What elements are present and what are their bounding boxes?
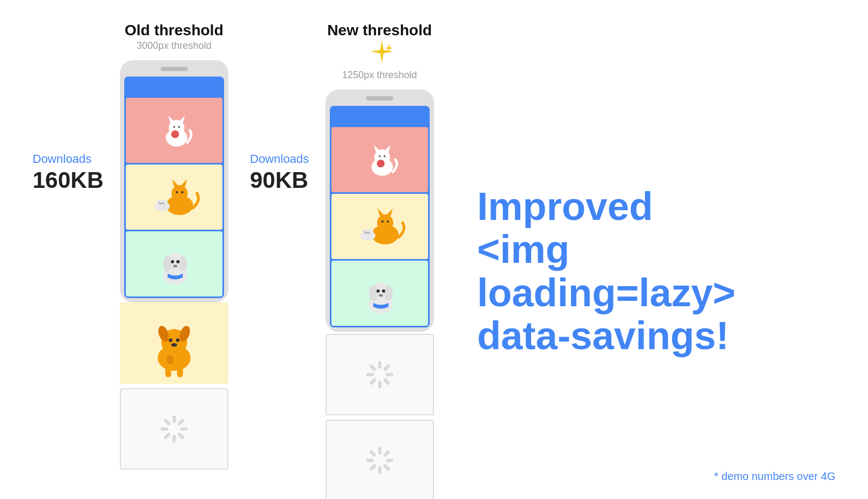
old-phone-outer: Old threshold 3000px threshold xyxy=(120,22,228,470)
svg-rect-38 xyxy=(161,427,168,431)
svg-point-18 xyxy=(178,256,187,271)
svg-marker-9 xyxy=(172,179,178,187)
main-container: Downloads 160KB Old threshold 3000px thr… xyxy=(0,0,868,499)
cat-icon xyxy=(150,106,199,155)
svg-rect-31 xyxy=(177,367,183,377)
old-threshold-label: Old threshold 3000px threshold xyxy=(125,22,224,52)
new-phone-header xyxy=(330,106,430,125)
new-spinner-icon-2 xyxy=(363,444,396,477)
old-threshold-section: Downloads 160KB Old threshold 3000px thr… xyxy=(33,22,228,477)
hero-line2: <img loading=lazy> xyxy=(477,228,736,314)
sparkle-container xyxy=(368,39,395,68)
new-threshold-title: New threshold xyxy=(327,22,432,39)
white-dog-icon xyxy=(147,237,201,291)
svg-point-58 xyxy=(384,286,393,301)
svg-rect-73 xyxy=(382,464,390,471)
new-phone-speaker xyxy=(366,96,393,100)
svg-rect-36 xyxy=(173,435,176,443)
old-cat-card xyxy=(126,98,222,163)
old-white-dog-card xyxy=(126,231,222,296)
svg-marker-49 xyxy=(378,209,384,216)
new-downloads-value: 90KB xyxy=(250,167,309,193)
hero-line1: Improved xyxy=(477,185,653,228)
svg-rect-76 xyxy=(366,459,374,462)
old-phone-header xyxy=(124,77,224,96)
svg-rect-30 xyxy=(165,367,171,377)
demo-note-text: * demo numbers over 4G xyxy=(714,470,835,482)
old-phone-mockup xyxy=(120,60,228,302)
svg-rect-71 xyxy=(382,450,390,457)
svg-marker-50 xyxy=(386,209,393,216)
old-phone-speaker xyxy=(161,67,188,71)
new-phone-outer: New threshold 1250px threshold xyxy=(326,22,434,499)
orange-cat-icon xyxy=(147,173,201,222)
new-phone-screen xyxy=(330,106,430,327)
old-phone-content xyxy=(124,96,224,298)
old-phone-screen xyxy=(124,77,224,298)
svg-rect-64 xyxy=(386,373,393,376)
old-downloads-info: Downloads 160KB xyxy=(33,22,104,193)
new-phone-mockup xyxy=(326,90,434,332)
new-downloads-info: Downloads 90KB xyxy=(250,22,309,193)
hero-line3: data-savings! xyxy=(477,314,729,357)
svg-point-19 xyxy=(171,260,174,263)
svg-point-4 xyxy=(173,126,175,128)
new-orange-cat-card xyxy=(331,194,428,259)
svg-point-20 xyxy=(176,260,180,263)
hero-text-area: Improved <img loading=lazy> data-savings… xyxy=(456,22,835,477)
svg-rect-63 xyxy=(382,364,390,371)
svg-point-29 xyxy=(167,355,174,364)
old-yellow-dog-card xyxy=(120,302,228,384)
old-spinner-icon-1 xyxy=(158,413,190,445)
new-white-dog-card xyxy=(331,261,428,326)
svg-point-51 xyxy=(381,220,384,223)
svg-point-48 xyxy=(377,214,393,231)
svg-rect-69 xyxy=(369,364,376,371)
new-below-phone xyxy=(326,332,434,499)
svg-point-5 xyxy=(178,126,180,128)
new-loading-placeholder-1 xyxy=(326,334,434,415)
svg-rect-35 xyxy=(177,432,184,440)
hero-title: Improved <img loading=lazy> data-savings… xyxy=(477,185,835,357)
new-downloads-label: Downloads xyxy=(250,152,309,166)
svg-point-21 xyxy=(173,265,177,268)
svg-point-45 xyxy=(384,155,386,157)
old-downloads-value: 160KB xyxy=(33,167,104,193)
svg-rect-70 xyxy=(378,447,381,454)
svg-point-11 xyxy=(176,191,178,193)
svg-rect-74 xyxy=(378,466,381,474)
new-threshold-section: Downloads 90KB New threshold 1250px thre… xyxy=(250,22,434,477)
svg-point-44 xyxy=(379,155,381,157)
new-white-dog-icon xyxy=(353,266,407,320)
svg-point-8 xyxy=(171,185,188,201)
new-cat-card xyxy=(331,127,428,192)
old-orange-cat-card xyxy=(126,165,222,230)
sparkle-icon xyxy=(368,39,395,66)
old-downloads-label: Downloads xyxy=(33,152,104,166)
svg-rect-68 xyxy=(366,373,374,376)
new-loading-placeholder-2 xyxy=(326,420,434,499)
svg-point-59 xyxy=(376,289,380,293)
new-cat-icon xyxy=(355,135,404,184)
svg-rect-32 xyxy=(173,415,176,423)
svg-point-27 xyxy=(176,338,180,342)
svg-point-6 xyxy=(171,130,178,138)
svg-point-57 xyxy=(369,286,378,301)
old-threshold-sub: 3000px threshold xyxy=(125,40,224,52)
svg-point-26 xyxy=(169,338,173,342)
old-below-phone xyxy=(120,302,228,470)
new-spinner-icon-1 xyxy=(363,358,396,391)
svg-rect-33 xyxy=(177,418,184,426)
svg-point-28 xyxy=(171,343,177,347)
svg-rect-77 xyxy=(369,450,376,457)
svg-rect-34 xyxy=(180,427,188,431)
svg-rect-62 xyxy=(378,361,381,369)
old-threshold-title: Old threshold xyxy=(125,22,224,39)
svg-rect-67 xyxy=(369,378,376,386)
svg-rect-39 xyxy=(163,418,171,426)
svg-point-12 xyxy=(181,191,183,193)
new-threshold-label: New threshold 1250px threshold xyxy=(327,22,432,81)
svg-rect-37 xyxy=(163,432,171,440)
svg-rect-66 xyxy=(378,381,381,388)
svg-rect-72 xyxy=(386,459,393,462)
